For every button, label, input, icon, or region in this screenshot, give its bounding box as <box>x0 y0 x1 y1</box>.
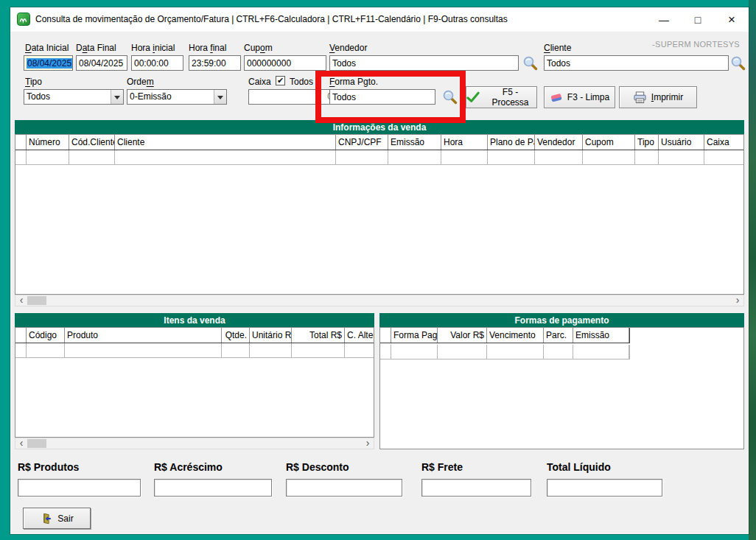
titlebar[interactable]: Consulta de movimentação de Orçamento/Fa… <box>10 7 749 32</box>
acrescimo-label: R$ Acréscimo <box>154 461 223 473</box>
col-produto: Produto <box>65 328 222 343</box>
forma-pgto-label: Forma Pgto. <box>329 77 378 87</box>
frete-label: R$ Frete <box>421 461 463 473</box>
col-qtde: Qtde. <box>222 328 250 343</box>
sales-grid-header: Número Cód.Cliente Cliente CNPJ/CPF Emis… <box>15 135 743 150</box>
payments-grid[interactable]: Forma Pagto Valor R$ Vencimento Parc. Em… <box>379 327 744 449</box>
col-caixa: Caixa <box>704 135 744 150</box>
col-forma-pagto: Forma Pagto <box>391 328 438 343</box>
scroll-left-icon[interactable]: ‹ <box>15 438 27 449</box>
col-cupom: Cupom <box>583 135 635 150</box>
items-panel-header: Itens da venda <box>15 313 374 327</box>
produtos-field[interactable] <box>18 479 141 497</box>
payments-grid-header: Forma Pagto Valor R$ Vencimento Parc. Em… <box>380 328 630 343</box>
row-selector-header <box>15 135 27 150</box>
col-usuario: Usuário <box>659 135 704 150</box>
processa-button[interactable]: F5 - Processa <box>466 86 537 108</box>
vendedor-search-icon[interactable] <box>522 55 538 71</box>
forma-pgto-field[interactable] <box>329 89 435 105</box>
desconto-field[interactable] <box>286 479 402 497</box>
app-logo-icon <box>17 13 30 26</box>
col-emissao-pagto: Emissão <box>573 328 629 343</box>
cupom-field[interactable] <box>244 55 326 71</box>
payments-grid-empty-row[interactable] <box>380 345 630 360</box>
sales-grid-empty-row[interactable] <box>15 150 743 165</box>
exit-door-icon <box>40 512 53 525</box>
items-grid-header: Código Produto Qtde. Unitário R$ Total R… <box>15 328 374 343</box>
cliente-field[interactable] <box>544 55 729 71</box>
app-window: Consulta de movimentação de Orçamento/Fa… <box>10 7 749 534</box>
data-final-field[interactable] <box>76 55 127 71</box>
col-valor: Valor R$ <box>438 328 487 343</box>
data-inicial-field[interactable]: 08/04/2025 <box>24 55 73 71</box>
hora-inicial-label: Hora inicial <box>131 43 175 53</box>
eraser-icon <box>550 92 563 103</box>
col-emissao: Emissão <box>388 135 441 150</box>
col-c-alter: C. Alteri <box>345 328 374 343</box>
scrollbar-thumb[interactable] <box>27 296 46 305</box>
forma-pgto-search-icon[interactable] <box>441 88 458 105</box>
hora-inicial-field[interactable] <box>131 55 183 71</box>
cliente-search-icon[interactable] <box>729 55 746 71</box>
brand-watermark: -SUPERM NORTESYS <box>652 40 740 49</box>
scrollbar-thumb[interactable] <box>27 439 46 448</box>
data-inicial-label: Data Inicial <box>25 43 69 53</box>
window-title: Consulta de movimentação de Orçamento/Fa… <box>35 7 508 32</box>
sales-grid-hscrollbar[interactable]: ‹ › <box>15 295 744 306</box>
vendedor-label: Vendedor <box>329 43 367 53</box>
imprimir-button[interactable]: Imprimir <box>619 86 697 108</box>
items-grid[interactable]: Código Produto Qtde. Unitário R$ Total R… <box>15 327 374 438</box>
col-vencimento: Vencimento <box>487 328 544 343</box>
desconto-label: R$ Desconto <box>286 461 349 473</box>
frete-field[interactable] <box>421 479 531 497</box>
check-icon <box>466 91 480 103</box>
data-final-label: Data Final <box>76 43 116 53</box>
payments-panel-header: Formas de pagamento <box>379 313 744 327</box>
scroll-right-icon[interactable]: › <box>732 295 743 306</box>
items-panel-title: Itens da venda <box>164 315 225 326</box>
col-codigo: Código <box>27 328 65 343</box>
close-icon[interactable]: × <box>715 8 749 31</box>
tipo-label: Tipo <box>25 77 42 87</box>
limpa-button[interactable]: F3 - Limpa <box>544 86 615 108</box>
vendedor-field[interactable] <box>329 55 519 71</box>
ordem-dropdown[interactable]: 0-Emissão <box>127 89 227 105</box>
chevron-down-icon[interactable] <box>111 90 123 104</box>
acrescimo-field[interactable] <box>154 479 272 497</box>
col-unitario: Unitário R$ <box>250 328 292 343</box>
caixa-todos-checkbox[interactable]: ✔ <box>276 76 285 85</box>
caixa-todos-label: Todos <box>290 77 313 87</box>
liquido-label: Total Líquido <box>547 461 611 473</box>
col-tipo: Tipo <box>635 135 659 150</box>
desktop-wallpaper-strip <box>749 0 756 540</box>
minimize-icon[interactable]: — <box>647 8 681 31</box>
col-cod-cliente: Cód.Cliente <box>69 135 115 150</box>
items-grid-hscrollbar[interactable]: ‹ › <box>15 438 374 449</box>
col-cliente: Cliente <box>115 135 336 150</box>
produtos-label: R$ Produtos <box>18 461 79 473</box>
items-grid-empty-row[interactable] <box>15 343 374 358</box>
col-total: Total R$ <box>292 328 345 343</box>
scroll-left-icon[interactable]: ‹ <box>15 295 27 306</box>
col-cnpj-cpf: CNPJ/CPF <box>336 135 388 150</box>
hora-final-label: Hora final <box>189 43 226 53</box>
col-parc: Parc. <box>544 328 573 343</box>
col-numero: Número <box>27 135 69 150</box>
liquido-field[interactable] <box>547 479 662 497</box>
col-hora: Hora <box>441 135 488 150</box>
ordem-label: Ordem <box>127 77 154 87</box>
scroll-right-icon[interactable]: › <box>362 438 374 449</box>
tipo-dropdown[interactable]: Todos <box>24 89 124 105</box>
cupom-label: Cupom <box>244 43 273 53</box>
sales-grid[interactable]: Número Cód.Cliente Cliente CNPJ/CPF Emis… <box>15 134 744 295</box>
payments-panel-title: Formas de pagamento <box>514 315 609 326</box>
col-vendedor: Vendedor <box>535 135 583 150</box>
chevron-down-icon[interactable] <box>214 90 226 104</box>
hora-final-field[interactable] <box>189 55 241 71</box>
maximize-icon[interactable]: □ <box>681 8 715 31</box>
printer-icon <box>633 91 647 104</box>
sair-button[interactable]: Sair <box>23 508 91 529</box>
col-plano-pag: Plano de Pag <box>488 135 535 150</box>
cliente-label: Cliente <box>544 43 571 53</box>
caixa-field[interactable] <box>248 89 316 105</box>
